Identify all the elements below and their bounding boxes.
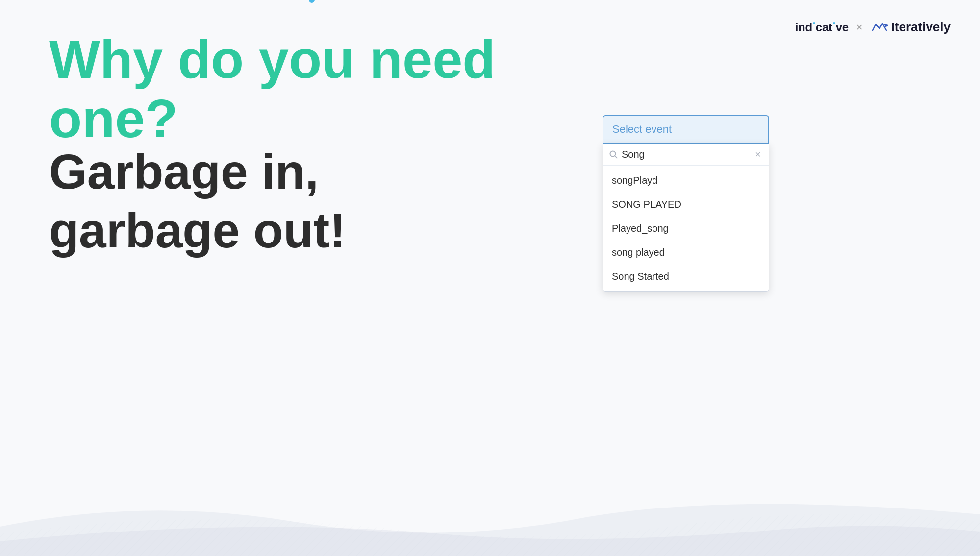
dropdown-item-3[interactable]: Played_song <box>603 217 769 241</box>
dropdown-item-5[interactable]: Song Started <box>603 265 769 289</box>
logo-area: indcatve × Iteratively <box>795 20 951 35</box>
dropdown-item-1[interactable]: songPlayd <box>603 169 769 193</box>
dropdown-items-list: songPlayd SONG PLAYED Played_song song p… <box>603 166 769 291</box>
iteratively-icon <box>871 22 888 33</box>
event-dropdown-panel: × songPlayd SONG PLAYED Played_song song… <box>603 144 769 292</box>
svg-line-2 <box>615 156 617 158</box>
search-icon <box>609 150 618 159</box>
sub-text: Garbage in, garbage out! <box>49 142 346 260</box>
iteratively-text: Iteratively <box>891 20 951 35</box>
slide-container: indcatve × Iteratively Why do you need o… <box>0 0 980 556</box>
clear-search-button[interactable]: × <box>753 148 763 160</box>
dropdown-item-4[interactable]: song played <box>603 241 769 265</box>
select-event-label: Select event <box>612 123 672 136</box>
select-event-button[interactable]: Select event <box>603 115 769 144</box>
top-accent-dot <box>309 0 315 3</box>
iteratively-logo: Iteratively <box>871 20 951 35</box>
brand-logos: indcatve × Iteratively <box>795 20 951 35</box>
bottom-wave <box>0 487 980 556</box>
dropdown-item-2[interactable]: SONG PLAYED <box>603 193 769 217</box>
search-box: × <box>603 144 769 166</box>
event-widget: Select event × songPlayd SONG PLAYED Pla… <box>603 115 769 292</box>
search-input[interactable] <box>622 149 749 160</box>
main-heading: Why do you need one? <box>49 29 588 148</box>
logo-separator: × <box>856 21 863 34</box>
indicative-logo: indcatve <box>795 21 849 34</box>
sub-text-line1: Garbage in, <box>49 142 346 201</box>
sub-text-line2: garbage out! <box>49 201 346 260</box>
